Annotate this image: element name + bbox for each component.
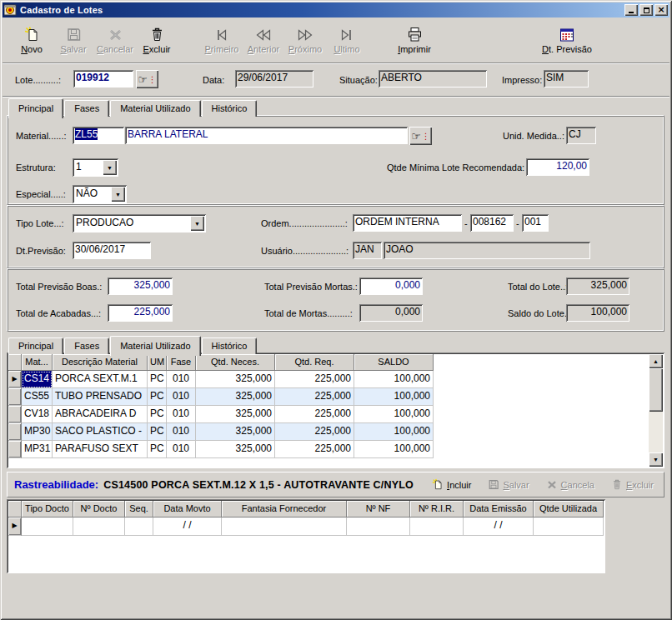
- cell-mat[interactable]: CV18: [22, 406, 53, 423]
- cell-qtd-neces[interactable]: 325,000: [196, 388, 275, 406]
- cell-saldo[interactable]: 100,000: [354, 441, 434, 458]
- ordem-seq-input[interactable]: 001: [522, 214, 549, 232]
- col-n-rir[interactable]: Nº R.I.R.: [410, 501, 464, 518]
- incluir-button[interactable]: Incluir: [429, 477, 474, 492]
- cell-qtd-req[interactable]: 225,000: [275, 388, 354, 406]
- table-row[interactable]: CS55 TUBO PRENSADO PC 010 325,000 225,00…: [8, 388, 663, 406]
- tab-historico-top[interactable]: Histórico: [202, 100, 258, 117]
- cell-mat[interactable]: CS14: [22, 371, 53, 388]
- cell-data-movto[interactable]: / /: [153, 518, 222, 536]
- col-fase[interactable]: Fase: [167, 354, 196, 371]
- col-mat[interactable]: Mat...: [22, 354, 53, 371]
- col-descricao[interactable]: Descrição Material: [53, 354, 148, 371]
- previsao-boas-input[interactable]: 325,000: [108, 278, 173, 295]
- maximize-button[interactable]: [639, 4, 653, 16]
- cell-descricao[interactable]: ABRACADEIRA D: [53, 406, 148, 423]
- salvar-mini-button[interactable]: Salvar: [484, 477, 532, 492]
- material-lookup-button[interactable]: ☞⋮: [409, 127, 432, 145]
- imprimir-button[interactable]: Imprimir: [391, 21, 438, 59]
- vertical-scrollbar[interactable]: ▲ ▼: [649, 354, 663, 467]
- tipo-lote-combo[interactable]: PRODUCAO ▼: [73, 214, 206, 232]
- cell-mat[interactable]: CS55: [22, 388, 53, 406]
- cell-qtd-neces[interactable]: 325,000: [196, 406, 275, 423]
- cancela-button[interactable]: Cancela: [543, 477, 598, 492]
- cell-saldo[interactable]: 100,000: [354, 371, 434, 388]
- cell-qtd-req[interactable]: 225,000: [275, 406, 354, 423]
- cell-um[interactable]: PC: [148, 388, 167, 406]
- table-row[interactable]: MP30 SACO PLASTICO - PC 010 325,000 225,…: [8, 423, 663, 441]
- close-button[interactable]: ×: [654, 4, 668, 16]
- cell-qtd-req[interactable]: 225,000: [275, 423, 354, 441]
- cell-um[interactable]: PC: [148, 441, 167, 458]
- table-row[interactable]: ▶ / / / /: [8, 518, 604, 536]
- col-saldo[interactable]: SALDO: [354, 354, 434, 371]
- cell-descricao[interactable]: TUBO PRENSADO: [53, 388, 148, 406]
- col-qtd-req[interactable]: Qtd. Req.: [275, 354, 354, 371]
- table-row[interactable]: ▶ CS14 PORCA SEXT.M.1 PC 010 325,000 225…: [8, 371, 663, 388]
- qtde-minima-input[interactable]: 120,00: [526, 158, 589, 176]
- chevron-down-icon[interactable]: ▼: [103, 160, 117, 175]
- cell-n-rir[interactable]: [410, 518, 464, 536]
- col-fantasia-fornecedor[interactable]: Fantasia Fornecedor: [222, 501, 347, 518]
- tab-historico-bottom[interactable]: Histórico: [202, 338, 258, 354]
- cell-data-emissao[interactable]: / /: [464, 518, 534, 536]
- cell-fase[interactable]: 010: [167, 441, 196, 458]
- col-um[interactable]: UM: [148, 354, 167, 371]
- cell-qtd-req[interactable]: 225,000: [275, 371, 354, 388]
- cell-saldo[interactable]: 100,000: [354, 423, 434, 441]
- cell-um[interactable]: PC: [148, 371, 167, 388]
- chevron-down-icon[interactable]: ▼: [190, 216, 204, 231]
- cell-um[interactable]: PC: [148, 423, 167, 441]
- cell-qtd-req[interactable]: 225,000: [275, 441, 354, 458]
- proximo-button[interactable]: Próximo: [284, 21, 326, 59]
- acabadas-input[interactable]: 225,000: [108, 304, 173, 322]
- scroll-up-button[interactable]: ▲: [649, 354, 663, 368]
- cell-fase[interactable]: 010: [167, 406, 196, 423]
- scrollbar-thumb[interactable]: [649, 368, 663, 412]
- cell-qtd-neces[interactable]: 325,000: [196, 441, 275, 458]
- lote-lookup-button[interactable]: ☞⋮: [136, 70, 158, 88]
- anterior-button[interactable]: Anterior: [243, 21, 284, 59]
- cell-mat[interactable]: MP30: [22, 423, 53, 441]
- tab-principal-bottom[interactable]: Principal: [8, 338, 63, 354]
- tab-fases-bottom[interactable]: Fases: [64, 338, 109, 354]
- cell-mat[interactable]: MP31: [22, 441, 53, 458]
- ordem-numero-input[interactable]: 008162: [470, 214, 514, 232]
- cell-descricao[interactable]: PARAFUSO SEXT: [53, 441, 148, 458]
- lote-input[interactable]: 019912: [73, 70, 133, 88]
- cell-qtd-neces[interactable]: 325,000: [196, 423, 275, 441]
- tab-material-utilizado-top[interactable]: Material Utilizado: [110, 100, 200, 117]
- tab-fases-top[interactable]: Fases: [64, 100, 109, 117]
- cell-descricao[interactable]: SACO PLASTICO -: [53, 423, 148, 441]
- cell-seq[interactable]: [125, 518, 153, 536]
- estrutura-combo[interactable]: 1 ▼: [73, 158, 118, 177]
- material-desc-input[interactable]: BARRA LATERAL: [125, 127, 408, 144]
- especial-combo[interactable]: NÃO ▼: [73, 185, 127, 203]
- novo-button[interactable]: Novo: [11, 21, 53, 59]
- cell-fantasia-fornecedor[interactable]: [222, 518, 347, 536]
- col-qtd-neces[interactable]: Qtd. Neces.: [196, 354, 275, 371]
- cell-qtd-neces[interactable]: 325,000: [196, 371, 275, 388]
- previsao-mortas-input[interactable]: 0,000: [359, 278, 423, 295]
- dt-previsao-input[interactable]: 30/06/2017: [73, 242, 151, 259]
- col-data-emissao[interactable]: Data Emissão: [464, 501, 534, 518]
- cell-um[interactable]: PC: [148, 406, 167, 423]
- cell-fase[interactable]: 010: [167, 388, 196, 406]
- cell-saldo[interactable]: 100,000: [354, 388, 434, 406]
- cell-fase[interactable]: 010: [167, 371, 196, 388]
- col-seq[interactable]: Seq.: [125, 501, 153, 518]
- minimize-button[interactable]: [624, 4, 638, 16]
- excluir-button[interactable]: Excluir: [136, 21, 178, 59]
- tab-principal-top[interactable]: Principal: [8, 98, 63, 118]
- dt-previsao-button[interactable]: Dt. Previsão: [538, 21, 596, 59]
- col-n-docto[interactable]: Nº Docto: [73, 501, 125, 518]
- col-data-movto[interactable]: Data Movto: [153, 501, 222, 518]
- cell-fase[interactable]: 010: [167, 423, 196, 441]
- cell-descricao[interactable]: PORCA SEXT.M.1: [53, 371, 148, 388]
- salvar-button[interactable]: Salvar: [53, 21, 94, 59]
- ordem-tipo-input[interactable]: ORDEM INTERNA: [353, 214, 462, 232]
- col-tipo-docto[interactable]: Tipo Docto: [22, 501, 73, 518]
- table-row[interactable]: CV18 ABRACADEIRA D PC 010 325,000 225,00…: [8, 406, 663, 423]
- cell-n-nf[interactable]: [347, 518, 410, 536]
- cancelar-button[interactable]: Cancelar: [94, 21, 136, 59]
